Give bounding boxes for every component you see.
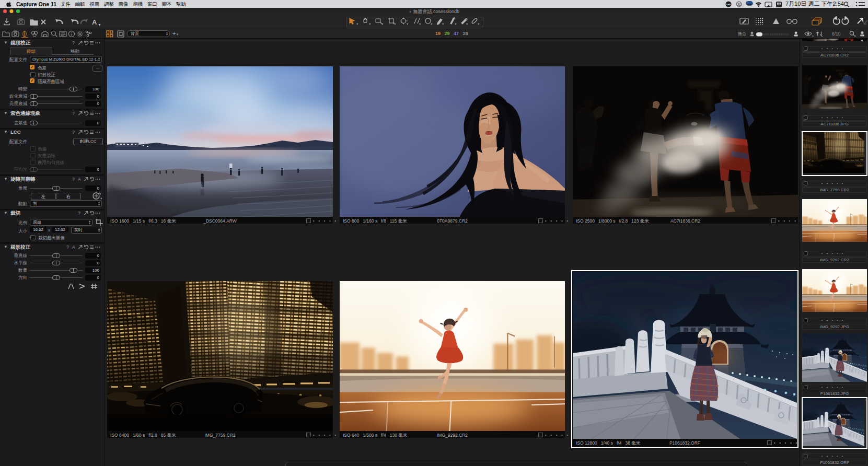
svg-text:▼: ▼ xyxy=(419,22,421,26)
svg-text:▼: ▼ xyxy=(454,22,457,26)
svg-text:▼: ▼ xyxy=(430,22,433,26)
svg-text:▼: ▼ xyxy=(466,22,468,26)
svg-text:▼: ▼ xyxy=(368,22,371,26)
svg-text:▼: ▼ xyxy=(477,22,480,26)
svg-text:▼: ▼ xyxy=(98,23,101,27)
svg-text:A: A xyxy=(92,18,97,26)
svg-text:▼: ▼ xyxy=(394,22,396,26)
svg-text:▼: ▼ xyxy=(381,22,384,26)
svg-text:LINE: LINE xyxy=(726,4,731,6)
svg-text:▼: ▼ xyxy=(442,22,444,26)
svg-text:▼: ▼ xyxy=(406,22,409,26)
svg-text:▼: ▼ xyxy=(854,34,857,38)
svg-text:6/10: 6/10 xyxy=(832,31,841,37)
svg-text:!: ! xyxy=(776,19,777,24)
svg-text:▼: ▼ xyxy=(356,22,358,26)
svg-text:▼: ▼ xyxy=(812,34,814,38)
